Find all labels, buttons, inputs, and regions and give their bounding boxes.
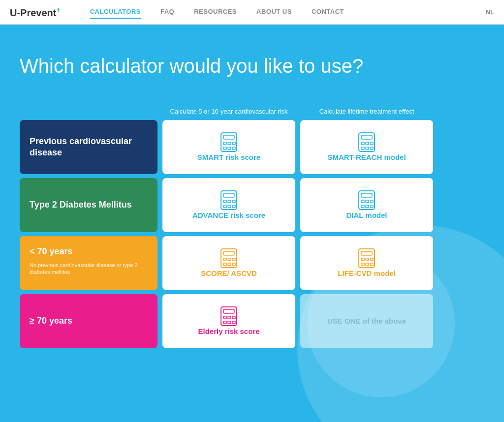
nav-calculators[interactable]: CALCULATORS xyxy=(90,5,141,19)
svg-rect-37 xyxy=(223,263,226,266)
svg-rect-54 xyxy=(228,321,231,324)
svg-rect-42 xyxy=(361,258,364,261)
svg-rect-26 xyxy=(361,200,364,203)
calc-icon-lifecvd xyxy=(356,248,377,269)
calc-smart-risk[interactable]: SMART risk score xyxy=(162,120,295,174)
svg-rect-55 xyxy=(232,321,235,324)
svg-rect-12 xyxy=(370,142,373,145)
nav-contact[interactable]: CONTACT xyxy=(312,5,344,19)
patient-group-young-label: < 70 years xyxy=(30,246,73,257)
svg-rect-34 xyxy=(223,258,226,261)
grid-container: Calculate 5 or 10-year cardiovascular ri… xyxy=(20,107,484,348)
calc-smart-reach-title: SMART-REACH model xyxy=(327,152,406,162)
svg-rect-38 xyxy=(228,263,231,266)
svg-rect-25 xyxy=(361,193,372,197)
calc-smart-reach[interactable]: SMART-REACH model xyxy=(300,120,433,174)
svg-rect-36 xyxy=(232,258,235,261)
calc-score-title: SCORE/ ASCVD xyxy=(201,269,257,278)
calc-advance[interactable]: ADVANCE risk score xyxy=(162,178,295,232)
patient-group-elderly-label: ≥ 70 years xyxy=(30,315,72,327)
svg-rect-4 xyxy=(232,142,235,145)
svg-rect-7 xyxy=(232,147,235,150)
svg-rect-1 xyxy=(223,135,234,139)
svg-rect-5 xyxy=(223,147,226,150)
grid-row-cvd: Previous cardiovascular disease SMART ri… xyxy=(20,120,484,174)
svg-rect-35 xyxy=(228,258,231,261)
calc-lifecvd[interactable]: LIFE-CVD model xyxy=(300,236,433,290)
svg-rect-28 xyxy=(370,200,373,203)
svg-rect-50 xyxy=(223,316,226,319)
svg-rect-19 xyxy=(228,200,231,203)
patient-group-young[interactable]: < 70 years No previous cardiovascular di… xyxy=(20,236,158,290)
svg-rect-13 xyxy=(361,147,364,150)
nav-resources[interactable]: RESOURCES xyxy=(194,5,237,19)
svg-rect-29 xyxy=(361,205,364,208)
logo-text: U-Prevent+ xyxy=(10,6,61,19)
page-title: Which calculator would you like to use? xyxy=(20,54,484,78)
svg-rect-3 xyxy=(228,142,231,145)
navbar: U-Prevent+ CALCULATORS FAQ RESOURCES ABO… xyxy=(0,0,504,25)
svg-rect-33 xyxy=(223,251,234,255)
header-lifetime: Calculate lifetime treatment effect xyxy=(300,107,433,116)
header-short-term: Calculate 5 or 10-year cardiovascular ri… xyxy=(162,107,295,116)
svg-rect-9 xyxy=(361,135,372,139)
logo[interactable]: U-Prevent+ xyxy=(10,6,61,19)
svg-rect-14 xyxy=(366,147,369,150)
svg-rect-20 xyxy=(232,200,235,203)
patient-group-elderly[interactable]: ≥ 70 years xyxy=(20,294,158,348)
svg-rect-6 xyxy=(228,147,231,150)
grid-row-young: < 70 years No previous cardiovascular di… xyxy=(20,236,484,290)
logo-plus: + xyxy=(56,6,60,14)
svg-rect-39 xyxy=(232,263,235,266)
svg-rect-31 xyxy=(370,205,373,208)
calc-smart-title: SMART risk score xyxy=(197,152,260,162)
svg-rect-52 xyxy=(232,316,235,319)
svg-rect-47 xyxy=(370,263,373,266)
patient-group-cvd[interactable]: Previous cardiovascular disease xyxy=(20,120,158,174)
calc-lifecvd-title: LIFE-CVD model xyxy=(338,269,396,278)
patient-group-t2d[interactable]: Type 2 Diabetes Mellitus xyxy=(20,178,158,232)
calc-icon-smart-reach xyxy=(356,132,377,152)
calc-dial[interactable]: DIAL model xyxy=(300,178,433,232)
grid-headers: Calculate 5 or 10-year cardiovascular ri… xyxy=(20,107,484,116)
svg-rect-23 xyxy=(232,205,235,208)
svg-rect-53 xyxy=(223,321,226,324)
svg-rect-44 xyxy=(370,258,373,261)
nav-faq[interactable]: FAQ xyxy=(160,5,174,19)
calc-advance-title: ADVANCE risk score xyxy=(192,211,265,220)
main-content: Which calculator would you like to use? … xyxy=(0,25,504,422)
patient-group-cvd-label: Previous cardiovascular disease xyxy=(30,136,148,159)
nav-about[interactable]: ABOUT US xyxy=(256,5,292,19)
patient-group-young-subtitle: No previous cardiovascular disease or ty… xyxy=(30,262,148,276)
language-toggle[interactable]: NL xyxy=(486,8,494,16)
svg-rect-45 xyxy=(361,263,364,266)
calc-icon-smart xyxy=(219,132,239,152)
svg-rect-49 xyxy=(223,309,234,313)
calc-icon-dial xyxy=(356,190,377,211)
calc-score-ascvd[interactable]: SCORE/ ASCVD xyxy=(162,236,295,290)
svg-rect-18 xyxy=(223,200,226,203)
svg-rect-30 xyxy=(366,205,369,208)
svg-rect-41 xyxy=(361,251,372,255)
calc-icon-advance xyxy=(219,190,239,211)
calc-icon-score xyxy=(219,248,239,269)
calc-dial-title: DIAL model xyxy=(346,211,387,220)
nav-links: CALCULATORS FAQ RESOURCES ABOUT US CONTA… xyxy=(90,5,486,19)
patient-group-t2d-label: Type 2 Diabetes Mellitus xyxy=(30,199,132,211)
svg-rect-2 xyxy=(223,142,226,145)
calc-elderly-title: Elderly risk score xyxy=(198,327,259,336)
calc-use-one-above: USE ONE of the above xyxy=(300,294,433,348)
svg-rect-51 xyxy=(228,316,231,319)
svg-rect-46 xyxy=(366,263,369,266)
calc-elderly-risk[interactable]: Elderly risk score xyxy=(162,294,295,348)
calc-icon-elderly xyxy=(219,306,239,327)
svg-rect-22 xyxy=(228,205,231,208)
svg-rect-43 xyxy=(366,258,369,261)
grid-row-elderly: ≥ 70 years Elderly risk score xyxy=(20,294,484,348)
svg-rect-10 xyxy=(361,142,364,145)
grid-row-t2d: Type 2 Diabetes Mellitus ADVANCE risk sc… xyxy=(20,178,484,232)
svg-rect-21 xyxy=(223,205,226,208)
svg-rect-17 xyxy=(223,193,234,197)
svg-rect-11 xyxy=(366,142,369,145)
grid-rows: Previous cardiovascular disease SMART ri… xyxy=(20,120,484,348)
